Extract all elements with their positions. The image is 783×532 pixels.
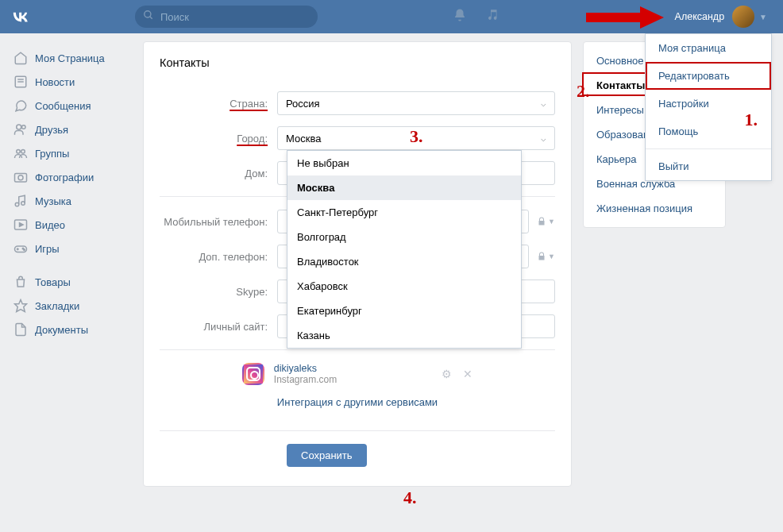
user-dropdown: Моя страница Редактировать Настройки Пом… <box>645 33 772 181</box>
chevron-down-icon: ⌵ <box>541 98 546 109</box>
mobile-label: Мобильный телефон: <box>160 216 277 228</box>
nav-groups[interactable]: Группы <box>8 141 135 165</box>
annotation-arrow <box>586 6 665 29</box>
chevron-down-icon: ⌵ <box>541 133 546 144</box>
annotation-4: 4. <box>403 488 417 508</box>
city-option[interactable]: Екатеринбург <box>287 299 521 323</box>
city-option[interactable]: Москва <box>287 175 521 200</box>
svg-line-1 <box>150 17 152 19</box>
camera-icon <box>13 169 29 185</box>
privacy-lock[interactable]: ▼ <box>537 217 555 226</box>
vk-logo[interactable] <box>10 6 32 28</box>
video-icon <box>13 217 29 233</box>
country-select[interactable]: Россия ⌵ <box>277 91 555 115</box>
music-nav-icon <box>13 193 29 209</box>
avatar <box>732 6 754 28</box>
bag-icon <box>13 274 29 290</box>
svg-rect-2 <box>586 13 640 22</box>
gear-icon[interactable]: ⚙ <box>442 368 452 380</box>
chevron-down-icon: ▼ <box>759 13 767 21</box>
tab-life[interactable]: Жизненная позиция <box>584 196 725 221</box>
svg-marker-3 <box>640 6 664 29</box>
instagram-domain: Instagram.com <box>274 374 337 385</box>
dropdown-separator <box>646 148 771 149</box>
svg-point-12 <box>18 175 23 180</box>
instagram-row: dikiyaleks Instagram.com ⚙ ✕ <box>160 363 555 385</box>
svg-point-14 <box>21 202 25 206</box>
doc-icon <box>13 322 29 337</box>
user-menu[interactable]: Александр ▼ <box>669 6 773 28</box>
nav-games[interactable]: Игры <box>8 237 135 260</box>
svg-point-9 <box>17 150 21 154</box>
city-option[interactable]: Хабаровск <box>287 274 521 299</box>
messages-icon <box>13 98 29 114</box>
nav-mypage[interactable]: Моя Страница <box>8 46 135 70</box>
instagram-name[interactable]: dikiyaleks <box>274 363 337 374</box>
nav-market[interactable]: Товары <box>8 270 135 294</box>
nav-docs[interactable]: Документы <box>8 318 135 341</box>
city-option[interactable]: Волгоград <box>287 225 521 249</box>
user-name: Александр <box>675 11 725 22</box>
integration-link[interactable]: Интеграция с другими сервисами <box>160 396 555 408</box>
form-panel: Контакты Страна: Россия ⌵ Город: Москва … <box>143 41 572 487</box>
bell-icon[interactable] <box>453 8 467 25</box>
city-option[interactable]: Казань <box>287 323 521 348</box>
city-dropdown: Не выбран Москва Санкт-Петербург Волгогр… <box>287 150 522 349</box>
nav-video[interactable]: Видео <box>8 213 135 237</box>
svg-point-8 <box>22 125 26 129</box>
friends-icon <box>13 121 29 137</box>
nav-photos[interactable]: Фотографии <box>8 165 135 189</box>
city-option[interactable]: Не выбран <box>287 151 521 175</box>
games-icon <box>13 241 29 256</box>
news-icon <box>13 74 29 90</box>
city-option[interactable]: Санкт-Петербург <box>287 200 521 225</box>
country-label: Страна: <box>160 98 277 110</box>
search-input[interactable] <box>160 11 310 23</box>
dropdown-help[interactable]: Помощь <box>646 118 771 145</box>
dropdown-settings[interactable]: Настройки <box>646 90 771 118</box>
svg-marker-16 <box>20 223 24 227</box>
dropdown-edit[interactable]: Редактировать <box>646 62 771 90</box>
city-select[interactable]: Москва ⌵ <box>277 126 555 150</box>
music-icon[interactable] <box>486 8 500 25</box>
nav-bookmarks[interactable]: Закладки <box>8 294 135 318</box>
svg-marker-22 <box>15 300 27 312</box>
search-icon <box>143 10 154 24</box>
separator <box>160 430 555 431</box>
alt-phone-label: Доп. телефон: <box>160 251 277 263</box>
form-title: Контакты <box>160 56 555 69</box>
skype-label: Skype: <box>160 286 277 298</box>
home-label: Дом: <box>160 168 277 179</box>
site-label: Личный сайт: <box>160 321 277 333</box>
dropdown-logout[interactable]: Выйти <box>646 152 771 180</box>
close-icon[interactable]: ✕ <box>463 368 472 380</box>
home-icon <box>13 50 29 66</box>
city-label: Город: <box>160 133 277 145</box>
nav-friends[interactable]: Друзья <box>8 118 135 141</box>
groups-icon <box>13 145 29 161</box>
search-box[interactable] <box>135 6 318 28</box>
nav-messages[interactable]: Сообщения <box>8 94 135 118</box>
save-button[interactable]: Сохранить <box>287 444 367 467</box>
city-option[interactable]: Владивосток <box>287 249 521 274</box>
svg-point-13 <box>15 202 19 206</box>
svg-point-21 <box>24 249 25 251</box>
nav-news[interactable]: Новости <box>8 70 135 94</box>
privacy-lock[interactable]: ▼ <box>537 252 555 261</box>
sidebar: Моя Страница Новости Сообщения Друзья Гр… <box>8 41 135 487</box>
nav-music[interactable]: Музыка <box>8 189 135 213</box>
svg-point-7 <box>17 125 21 129</box>
separator <box>160 349 555 350</box>
header: Александр ▼ <box>0 0 783 33</box>
svg-point-0 <box>145 11 151 17</box>
star-icon <box>13 298 29 314</box>
svg-point-10 <box>21 150 25 154</box>
dropdown-mypage[interactable]: Моя страница <box>646 34 771 62</box>
instagram-icon <box>242 363 264 385</box>
